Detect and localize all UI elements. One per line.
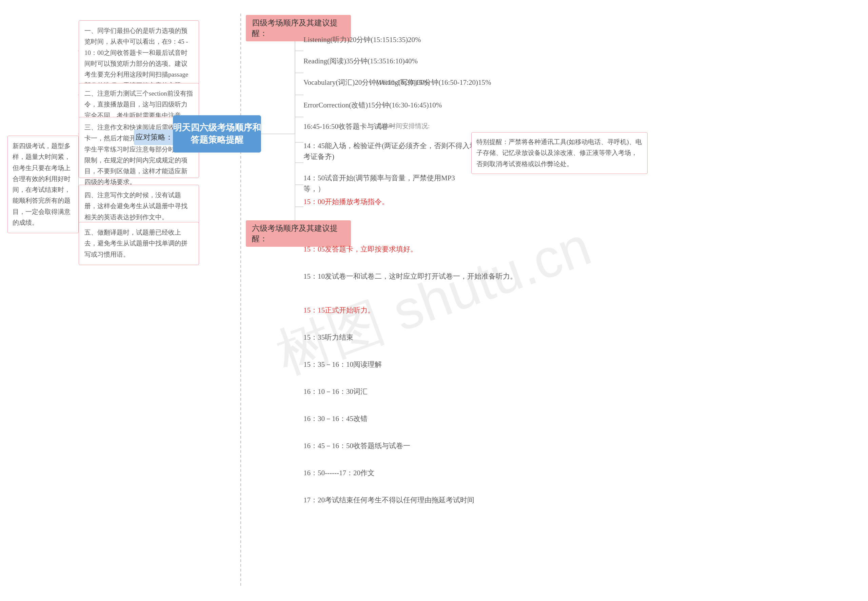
left-item-5-text: 五、做翻译题时，试题册已经收上去，避免考生从试题册中找单调的拼写或习惯用语。 [84,229,188,258]
right-item-s3: 15：15正式开始听力。 [304,305,375,316]
right-item-s10: 17：20考试结束任何考生不得以任何理由拖延考试时间 [304,495,541,506]
right-item-s4: 15：35听力结束 [304,332,353,343]
right-item-r9: 14：50试音开始(调节频率与音量，严禁使用MP3等，） [304,173,473,194]
left-item-4: 四、注意写作文的时候，没有试题册，这样会避免考生从试题册中寻找相关的英语表达抄到… [79,185,199,228]
right-item-r10: 15：00开始播放考场指令。 [304,197,473,207]
right-section2-header-text: 六级考场顺序及其建议提醒： [252,224,338,243]
right-item-s5: 15：35－16：10阅读理解 [304,359,382,370]
right-item-s6: 16：10－16：30词汇 [304,386,368,397]
right-item-r1: Listening(听力)20分钟(15:1515:35)20% [304,35,421,46]
right-item-s7: 16：30－16：45改错 [304,413,368,424]
strategy-label-box: 应对策略： [134,130,175,145]
strategy-label-text: 应对策略： [136,132,173,142]
right-section2-header: 六级考场顺序及其建议提醒： [246,220,351,247]
center-title-box: 明天四六级考场顺序和答题策略提醒 [173,115,261,153]
right-item-s1: 15：05发答题卡，立即按要求填好。 [304,244,417,255]
special-note-text: 特别提醒：严禁将各种通讯工具(如移动电话、寻呼机)、电子存储、记忆录放设备以及涂… [476,138,642,168]
right-item-s8: 16：45－16：50收答题纸与试卷一 [304,441,410,452]
special-note-box: 特别提醒：严禁将各种通讯工具(如移动电话、寻呼机)、电子存储、记忆录放设备以及涂… [471,132,648,174]
left-item-5: 五、做翻译题时，试题册已经收上去，避免考生从试题册中找单调的拼写或习惯用语。 [79,222,199,265]
right-item-s9: 16：50------17：20作文 [304,468,375,479]
right-item-s2: 15：10发试卷一和试卷二，这时应立即打开试卷一，开始准备听力。 [304,271,548,282]
left-note-text: 新四级考试，题型多样，题量大时间紧，但考生只要在考场上合理有效的利用好时间，在考… [12,142,70,226]
center-title-text: 明天四六级考场顺序和答题策略提醒 [173,122,261,146]
right-item-r2: Reading(阅读)35分钟(15:3516:10)40% [304,56,418,67]
right-item-r5: Writing(写作)30分钟(16:50-17:20)15% [376,77,580,88]
left-note-box: 新四级考试，题型多样，题量大时间紧，但考生只要在考场上合理有效的利用好时间，在考… [8,136,79,233]
left-item-4-text: 四、注意写作文的时候，没有试题册，这样会避免考生从试题册中寻找相关的英语表达抄到… [84,192,188,221]
right-item-r7: 具体时间安排情况: [376,121,546,131]
right-item-r4: ErrorCorrection(改错)15分钟(16:30-16:45)10% [304,100,534,111]
